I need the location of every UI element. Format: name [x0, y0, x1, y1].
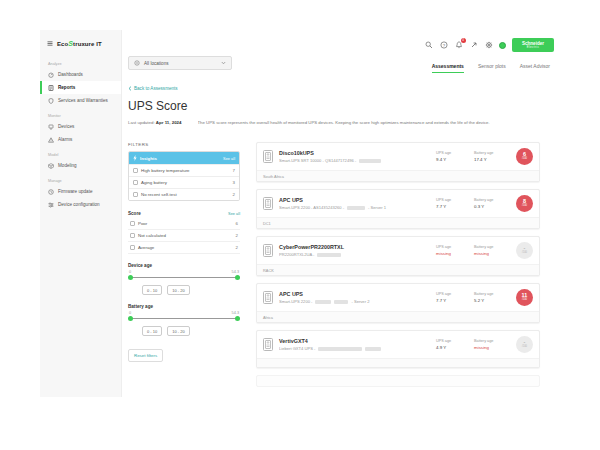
- share-icon[interactable]: [469, 41, 478, 50]
- ups-device-icon: [263, 197, 273, 210]
- device-age-preset-10-20[interactable]: 10 - 20: [167, 285, 189, 295]
- filter-count: 3: [233, 180, 235, 185]
- filter-count: 2: [236, 245, 238, 250]
- sidebar-item-device-configuration[interactable]: Device configuration: [40, 198, 121, 211]
- device-name: Disco10kUPS: [279, 150, 430, 156]
- help-icon[interactable]: ?: [439, 41, 448, 50]
- filter-score-not-calculated[interactable]: Not calculated 2: [128, 230, 240, 242]
- filter-no-recent-self-test[interactable]: No recent self-test 2: [129, 188, 239, 200]
- tab-sensor-plots[interactable]: Sensor plots: [478, 63, 506, 73]
- score-badge: 6 /100: [516, 148, 533, 165]
- ups-card[interactable]: Disco10kUPS Smart-UPS SRT 10000 - QS1447…: [256, 142, 540, 182]
- battery-age-slider[interactable]: [128, 315, 240, 322]
- sidebar-item-label: Dashboards: [58, 72, 83, 77]
- checkbox[interactable]: [130, 245, 135, 250]
- checkbox[interactable]: [130, 221, 135, 226]
- schneider-electric-logo: Schneider Electric: [512, 38, 554, 52]
- empty-card-stub: [256, 375, 540, 387]
- filter-count: 7: [233, 168, 235, 173]
- location-pin-icon: [134, 60, 140, 66]
- svg-text:?: ?: [442, 43, 445, 48]
- insights-filter-group: Insights See all High battery temperatur…: [128, 151, 240, 201]
- battery-age: Battery age missing: [474, 245, 506, 256]
- sidebar-item-alarms[interactable]: Alarms: [40, 133, 121, 146]
- sidebar-item-modeling[interactable]: Modeling: [40, 159, 121, 172]
- device-age-filter: Device age 0 54.3 0 - 10 10: [128, 263, 240, 295]
- slider-handle-min[interactable]: [128, 316, 133, 321]
- device-name: APC UPS: [279, 197, 430, 203]
- tab-asset-advisor[interactable]: Asset Advisor: [520, 63, 550, 73]
- device-age-preset-0-10[interactable]: 0 - 10: [142, 285, 162, 295]
- slider-handle-min[interactable]: [128, 275, 133, 280]
- ups-card[interactable]: CyberPowerPR2200RTXL PR2200RTXL2UA - UPS…: [256, 236, 540, 276]
- score-filter-group: Poor 6 Not calculated 2 Average: [128, 218, 240, 254]
- cube-icon: [48, 163, 54, 169]
- sidebar-item-services-warranties[interactable]: Services and Warranties: [40, 94, 121, 107]
- reset-filters-button[interactable]: Reset filters: [128, 349, 163, 362]
- back-link[interactable]: Back to Assessments: [128, 86, 178, 91]
- sidebar-item-firmware-update[interactable]: Firmware update: [40, 185, 121, 198]
- sidebar-item-label: Alarms: [58, 137, 72, 142]
- insights-see-all-link[interactable]: See all: [223, 156, 235, 161]
- sidebar: EcoStruxure IT Analyze Dashboards Report…: [40, 30, 122, 397]
- notifications-icon[interactable]: 4: [454, 41, 463, 50]
- ups-device-icon: [263, 291, 273, 304]
- sidebar-item-reports[interactable]: Reports: [40, 81, 121, 94]
- location-selector-value: All locations: [144, 61, 169, 66]
- tab-assessments[interactable]: Assessments: [432, 63, 464, 73]
- sidebar-item-devices[interactable]: Devices: [40, 120, 121, 133]
- device-name: APC UPS: [279, 291, 430, 297]
- battery-age-preset-10-20[interactable]: 10 - 20: [167, 326, 189, 336]
- menu-icon[interactable]: [47, 41, 53, 47]
- filter-score-poor[interactable]: Poor 6: [128, 218, 240, 230]
- ups-card[interactable]: VertivGXT4 Liebert GXT4 UPS - UPS age: [256, 330, 540, 368]
- score-see-all-link[interactable]: See all: [228, 211, 240, 216]
- ups-age: UPS age missing: [436, 245, 468, 256]
- filter-score-average[interactable]: Average 2: [128, 242, 240, 254]
- sidebar-section-monitor: Monitor: [40, 112, 121, 120]
- redacted-text: [365, 347, 381, 351]
- score-filter-header: Score See all: [128, 211, 240, 216]
- assessment-tabs: Assessments Sensor plots Asset Advisor: [432, 63, 550, 73]
- battery-age: Battery age 0.3 Y: [474, 198, 506, 209]
- device-details: Smart-UPS 2200 - - Server 2: [279, 299, 430, 304]
- sidebar-item-dashboards[interactable]: Dashboards: [40, 68, 121, 81]
- dashboard-icon: [48, 72, 54, 78]
- slider-handle-max[interactable]: [235, 316, 240, 321]
- battery-age-preset-0-10[interactable]: 0 - 10: [142, 326, 162, 336]
- sidebar-item-label: Reports: [58, 85, 75, 90]
- checkbox[interactable]: [133, 168, 138, 173]
- checkbox[interactable]: [133, 180, 138, 185]
- search-icon[interactable]: [424, 41, 433, 50]
- ups-age: UPS age 7.7 Y: [436, 292, 468, 303]
- checkbox[interactable]: [133, 192, 138, 197]
- ups-card[interactable]: APC UPS Smart-UPS 2200 - AS1435243260 - …: [256, 189, 540, 229]
- device-details: Liebert GXT4 UPS -: [279, 346, 430, 351]
- battery-age: Battery age missing: [474, 339, 506, 350]
- device-details: PR2200RTXL2UA -: [279, 252, 430, 257]
- insights-header: Insights See all: [129, 152, 239, 164]
- ups-age: UPS age 4.9 Y: [436, 339, 468, 350]
- score-badge: - /100: [516, 242, 533, 259]
- filter-aging-battery[interactable]: Aging battery 3: [129, 176, 239, 188]
- sidebar-item-label: Devices: [58, 124, 74, 129]
- page-body: Back to Assessments UPS Score Last updat…: [122, 30, 560, 397]
- score-badge: 8 /100: [516, 195, 533, 212]
- checkbox[interactable]: [130, 233, 135, 238]
- ups-card[interactable]: APC UPS Smart-UPS 2200 - - Server 2: [256, 283, 540, 323]
- settings-gear-icon[interactable]: [484, 41, 493, 50]
- filters-panel: FILTERS Insights See all High battery te…: [128, 142, 240, 387]
- device-location: DC1: [257, 217, 539, 228]
- ups-score-list: Disco10kUPS Smart-UPS SRT 10000 - QS1447…: [256, 142, 540, 387]
- topbar: ? 4 Schneider Electric: [424, 38, 554, 52]
- filter-high-battery-temperature[interactable]: High battery temperature 7: [129, 164, 239, 176]
- device-age-slider[interactable]: [128, 274, 240, 281]
- last-updated: Last updated: Apr 11, 2024: [128, 120, 182, 125]
- device-details: Smart-UPS SRT 10000 - QS1447172496 -: [279, 158, 430, 163]
- slider-handle-max[interactable]: [235, 275, 240, 280]
- page-description: The UPS score represents the overall hea…: [198, 120, 545, 125]
- app-window: EcoStruxure IT Analyze Dashboards Report…: [40, 30, 560, 397]
- location-selector[interactable]: All locations: [128, 56, 232, 70]
- score-badge: 11 /100: [516, 289, 533, 306]
- user-avatar[interactable]: [499, 42, 506, 49]
